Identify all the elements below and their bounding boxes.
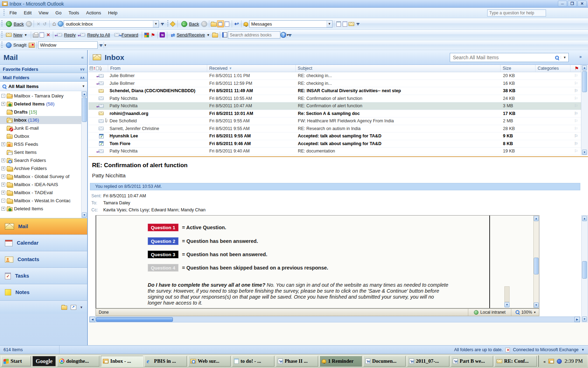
scroll-left-button[interactable]: ◀ <box>90 317 95 322</box>
folder-item[interactable]: + Archive Folders <box>0 164 81 172</box>
nav-button[interactable]: Tasks <box>0 267 87 284</box>
taskbar-task-button[interactable]: Phase II ... <box>276 356 318 367</box>
taskbar-task-button[interactable]: 2011_07-... <box>407 356 449 367</box>
flag-icon[interactable]: ⚐ <box>571 81 581 86</box>
shortcuts-button[interactable] <box>71 305 76 310</box>
message-list-scrollbar[interactable]: ▲ ▼ <box>581 65 588 155</box>
dropdown-arrow-icon[interactable]: ▼ <box>104 42 107 48</box>
scroll-up-button[interactable]: ▲ <box>82 91 87 97</box>
message-row[interactable]: Hyunshik Lee Fri 8/5/2011 9:55 AM Accept… <box>89 132 581 140</box>
clock[interactable]: 2:39 PM <box>565 358 583 364</box>
taskbar-task-button[interactable]: Documen... <box>363 356 406 367</box>
print-button[interactable] <box>33 32 39 38</box>
folder-item[interactable]: Outbox <box>0 132 81 140</box>
folder-list-button[interactable] <box>61 306 67 310</box>
view-input[interactable] <box>250 21 327 27</box>
expand-toggle[interactable]: + <box>1 158 5 162</box>
column-from[interactable]: From <box>108 65 207 72</box>
move-to-folder-button[interactable] <box>39 32 45 38</box>
inner-scroll-down-button[interactable]: ▼ <box>504 302 510 307</box>
message-row[interactable]: Schendel, Diana (CDC/ONDIEH/NCBDDD) Fri … <box>89 87 581 95</box>
search-input[interactable] <box>450 55 555 60</box>
nav-button[interactable]: Notes <box>0 284 87 300</box>
current-view-combo[interactable]: ▼ <box>249 20 332 28</box>
folder-item[interactable]: Junk E-mail <box>0 124 81 132</box>
scroll-down-button[interactable]: ▼ <box>534 302 539 308</box>
maximize-button[interactable]: ❐ <box>568 1 577 7</box>
scroll-down-button[interactable]: ▼ <box>582 150 587 155</box>
follow-up-button[interactable]: ⚑ <box>150 32 156 38</box>
flag-icon[interactable]: ⚐ <box>571 141 581 146</box>
view-preview-button[interactable] <box>342 21 348 27</box>
folder-item[interactable]: + Deleted Items <box>0 205 81 213</box>
scroll-down-button[interactable]: ▼ <box>82 212 87 218</box>
flag-icon[interactable]: ⚐ <box>571 126 581 131</box>
column-received[interactable]: Received▼ <box>207 65 296 72</box>
all-mail-items-selector[interactable]: All Mail Items ▼ <box>0 82 87 91</box>
inner-scrollbar-track[interactable] <box>504 286 510 302</box>
icon-column-headers[interactable]: ! <box>89 65 108 72</box>
expand-toggle[interactable]: + <box>1 102 5 106</box>
new-button[interactable]: New▼ <box>4 32 29 38</box>
flag-icon[interactable]: ⚐ <box>571 149 581 154</box>
folder-item[interactable]: + Mailbox - IDEA-NAIS <box>0 180 81 189</box>
toolbar-overflow-button[interactable]: ▬▼ <box>160 20 165 28</box>
browser-zoom-control[interactable]: 100% ▼ <box>511 309 536 316</box>
address-book-button[interactable] <box>222 32 228 38</box>
expand-toggle[interactable]: + <box>1 183 5 186</box>
toolbar-overflow-button[interactable]: ▬▼ <box>99 41 104 49</box>
nav-button[interactable]: Contacts <box>0 251 87 267</box>
column-categories[interactable]: Categories <box>536 65 570 72</box>
google-quick-launch[interactable]: Google <box>33 356 56 366</box>
dropdown-arrow-icon[interactable]: ▼ <box>581 348 584 352</box>
organize-button[interactable] <box>144 32 150 38</box>
tray-expand-button[interactable]: « <box>543 359 546 364</box>
nav-button[interactable]: Calendar <box>0 234 87 251</box>
menu-item[interactable]: Actions <box>83 9 105 17</box>
folder-item[interactable]: Drafts [15] <box>0 108 81 116</box>
tray-app-icon[interactable] <box>557 359 562 364</box>
tag-button[interactable] <box>170 21 176 27</box>
up-folder-button[interactable] <box>211 21 217 27</box>
dropdown-arrow-icon[interactable]: ▼ <box>153 21 159 27</box>
refresh-button[interactable]: ↺ <box>42 21 48 27</box>
scroll-up-button[interactable]: ▲ <box>582 216 587 221</box>
flag-icon[interactable]: ⚐ <box>571 118 581 123</box>
flag-icon[interactable]: ⚐ <box>571 134 581 138</box>
embedded-scrollbar[interactable]: ▲ ▼ <box>533 216 539 308</box>
toolbar-overflow-button[interactable]: ▬▼ <box>356 20 360 28</box>
taskbar-task-button[interactable]: 1 Reminder <box>320 356 362 367</box>
instant-search-box[interactable]: ▼ <box>450 53 569 62</box>
toolbar-grip[interactable] <box>1 42 2 49</box>
open-folder-button[interactable] <box>212 32 218 38</box>
taskbar-task-button[interactable]: Part B we... <box>451 356 493 367</box>
find-message-button[interactable] <box>348 21 355 27</box>
folder-item[interactable]: Sent Items <box>0 148 81 156</box>
favorite-folders-header[interactable]: Favorite Folders∨∨ <box>0 65 87 73</box>
tray-outlook-icon[interactable] <box>548 359 554 363</box>
web-back-button[interactable]: ←Back <box>4 20 26 28</box>
configure-buttons-arrow[interactable]: ▼ <box>80 306 83 309</box>
expand-toggle[interactable]: + <box>1 166 5 170</box>
scroll-up-button[interactable]: ▲ <box>582 65 587 70</box>
menu-item[interactable]: Tools <box>65 9 83 17</box>
advanced-back-button[interactable]: ←Back <box>179 20 201 28</box>
mail-folders-header[interactable]: Mail Folders∧∧ <box>0 73 87 82</box>
snagit-button[interactable]: SnagIt <box>4 42 29 49</box>
help-question-input[interactable] <box>487 9 546 16</box>
scroll-up-button[interactable]: ▲ <box>534 216 539 221</box>
toolbar-overflow-button[interactable]: ▬▼ <box>288 31 293 39</box>
folder-item[interactable]: + Deleted Items (58) <box>0 100 81 108</box>
column-subject[interactable]: Subject <box>296 65 501 72</box>
menu-item[interactable]: View <box>35 9 52 17</box>
forward-button[interactable]: Forward <box>112 32 140 38</box>
taskbar-task-button[interactable]: to do! - ... <box>232 356 274 367</box>
send-receive-button[interactable]: ⇄Send/Receive▼ <box>169 32 212 39</box>
folder-item[interactable]: - Mailbox - Westat.In Contac <box>0 197 81 205</box>
taskbar-task-button[interactable]: Inbox - ... <box>101 356 143 367</box>
expand-toggle[interactable]: + <box>1 191 5 195</box>
address-combo[interactable]: ▼ <box>64 20 159 28</box>
flag-icon[interactable]: ⚐ <box>571 88 581 93</box>
reading-pane-scrollbar[interactable]: ▲ ▼ <box>581 215 588 322</box>
search-web-button[interactable] <box>57 21 64 27</box>
